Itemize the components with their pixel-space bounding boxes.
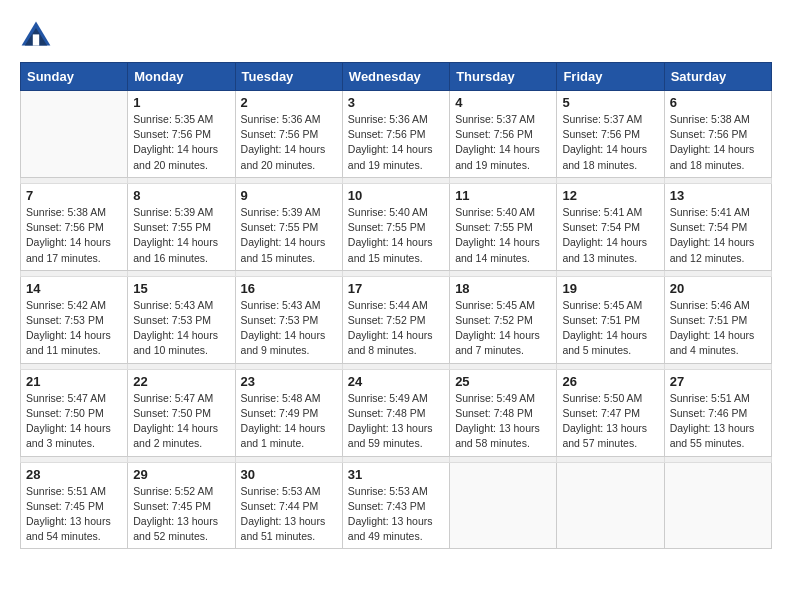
column-header-tuesday: Tuesday [235,63,342,91]
day-number: 15 [133,281,229,296]
calendar-cell: 4Sunrise: 5:37 AMSunset: 7:56 PMDaylight… [450,91,557,178]
logo [20,20,56,52]
calendar-cell: 25Sunrise: 5:49 AMSunset: 7:48 PMDayligh… [450,369,557,456]
calendar-week-row: 14Sunrise: 5:42 AMSunset: 7:53 PMDayligh… [21,276,772,363]
calendar-cell [664,462,771,549]
calendar-cell: 22Sunrise: 5:47 AMSunset: 7:50 PMDayligh… [128,369,235,456]
calendar-cell: 6Sunrise: 5:38 AMSunset: 7:56 PMDaylight… [664,91,771,178]
day-number: 28 [26,467,122,482]
svg-rect-2 [33,34,39,45]
calendar-cell: 5Sunrise: 5:37 AMSunset: 7:56 PMDaylight… [557,91,664,178]
calendar-cell: 11Sunrise: 5:40 AMSunset: 7:55 PMDayligh… [450,183,557,270]
calendar-cell: 12Sunrise: 5:41 AMSunset: 7:54 PMDayligh… [557,183,664,270]
column-header-saturday: Saturday [664,63,771,91]
calendar-cell: 21Sunrise: 5:47 AMSunset: 7:50 PMDayligh… [21,369,128,456]
day-detail: Sunrise: 5:53 AMSunset: 7:43 PMDaylight:… [348,484,444,545]
day-number: 24 [348,374,444,389]
day-detail: Sunrise: 5:39 AMSunset: 7:55 PMDaylight:… [241,205,337,266]
day-number: 13 [670,188,766,203]
calendar-week-row: 7Sunrise: 5:38 AMSunset: 7:56 PMDaylight… [21,183,772,270]
day-detail: Sunrise: 5:38 AMSunset: 7:56 PMDaylight:… [26,205,122,266]
calendar-week-row: 21Sunrise: 5:47 AMSunset: 7:50 PMDayligh… [21,369,772,456]
day-number: 8 [133,188,229,203]
day-detail: Sunrise: 5:37 AMSunset: 7:56 PMDaylight:… [562,112,658,173]
day-number: 7 [26,188,122,203]
day-detail: Sunrise: 5:47 AMSunset: 7:50 PMDaylight:… [133,391,229,452]
calendar-cell: 2Sunrise: 5:36 AMSunset: 7:56 PMDaylight… [235,91,342,178]
calendar-cell: 15Sunrise: 5:43 AMSunset: 7:53 PMDayligh… [128,276,235,363]
day-detail: Sunrise: 5:49 AMSunset: 7:48 PMDaylight:… [348,391,444,452]
calendar-cell: 19Sunrise: 5:45 AMSunset: 7:51 PMDayligh… [557,276,664,363]
calendar-cell: 8Sunrise: 5:39 AMSunset: 7:55 PMDaylight… [128,183,235,270]
day-detail: Sunrise: 5:40 AMSunset: 7:55 PMDaylight:… [348,205,444,266]
calendar-week-row: 1Sunrise: 5:35 AMSunset: 7:56 PMDaylight… [21,91,772,178]
calendar-cell: 3Sunrise: 5:36 AMSunset: 7:56 PMDaylight… [342,91,449,178]
page-header [20,20,772,52]
day-number: 3 [348,95,444,110]
logo-icon [20,20,52,52]
calendar-cell: 29Sunrise: 5:52 AMSunset: 7:45 PMDayligh… [128,462,235,549]
day-number: 23 [241,374,337,389]
calendar-table: SundayMondayTuesdayWednesdayThursdayFrid… [20,62,772,549]
day-detail: Sunrise: 5:49 AMSunset: 7:48 PMDaylight:… [455,391,551,452]
day-number: 4 [455,95,551,110]
day-number: 16 [241,281,337,296]
calendar-cell: 27Sunrise: 5:51 AMSunset: 7:46 PMDayligh… [664,369,771,456]
day-detail: Sunrise: 5:36 AMSunset: 7:56 PMDaylight:… [241,112,337,173]
day-number: 17 [348,281,444,296]
column-header-sunday: Sunday [21,63,128,91]
column-header-wednesday: Wednesday [342,63,449,91]
day-detail: Sunrise: 5:44 AMSunset: 7:52 PMDaylight:… [348,298,444,359]
day-detail: Sunrise: 5:35 AMSunset: 7:56 PMDaylight:… [133,112,229,173]
day-number: 5 [562,95,658,110]
day-number: 10 [348,188,444,203]
day-detail: Sunrise: 5:39 AMSunset: 7:55 PMDaylight:… [133,205,229,266]
day-detail: Sunrise: 5:46 AMSunset: 7:51 PMDaylight:… [670,298,766,359]
calendar-cell: 20Sunrise: 5:46 AMSunset: 7:51 PMDayligh… [664,276,771,363]
day-detail: Sunrise: 5:47 AMSunset: 7:50 PMDaylight:… [26,391,122,452]
day-number: 9 [241,188,337,203]
calendar-cell: 24Sunrise: 5:49 AMSunset: 7:48 PMDayligh… [342,369,449,456]
day-number: 22 [133,374,229,389]
day-number: 20 [670,281,766,296]
day-number: 25 [455,374,551,389]
day-detail: Sunrise: 5:38 AMSunset: 7:56 PMDaylight:… [670,112,766,173]
calendar-cell: 18Sunrise: 5:45 AMSunset: 7:52 PMDayligh… [450,276,557,363]
day-detail: Sunrise: 5:52 AMSunset: 7:45 PMDaylight:… [133,484,229,545]
day-number: 29 [133,467,229,482]
day-detail: Sunrise: 5:45 AMSunset: 7:51 PMDaylight:… [562,298,658,359]
day-detail: Sunrise: 5:53 AMSunset: 7:44 PMDaylight:… [241,484,337,545]
calendar-cell: 16Sunrise: 5:43 AMSunset: 7:53 PMDayligh… [235,276,342,363]
day-number: 21 [26,374,122,389]
column-header-friday: Friday [557,63,664,91]
calendar-cell: 14Sunrise: 5:42 AMSunset: 7:53 PMDayligh… [21,276,128,363]
calendar-cell: 23Sunrise: 5:48 AMSunset: 7:49 PMDayligh… [235,369,342,456]
calendar-cell: 28Sunrise: 5:51 AMSunset: 7:45 PMDayligh… [21,462,128,549]
day-number: 11 [455,188,551,203]
calendar-cell: 9Sunrise: 5:39 AMSunset: 7:55 PMDaylight… [235,183,342,270]
day-number: 1 [133,95,229,110]
day-number: 31 [348,467,444,482]
calendar-cell: 1Sunrise: 5:35 AMSunset: 7:56 PMDaylight… [128,91,235,178]
calendar-cell [21,91,128,178]
column-header-thursday: Thursday [450,63,557,91]
column-header-monday: Monday [128,63,235,91]
calendar-week-row: 28Sunrise: 5:51 AMSunset: 7:45 PMDayligh… [21,462,772,549]
day-detail: Sunrise: 5:51 AMSunset: 7:45 PMDaylight:… [26,484,122,545]
calendar-cell: 30Sunrise: 5:53 AMSunset: 7:44 PMDayligh… [235,462,342,549]
day-number: 18 [455,281,551,296]
day-number: 12 [562,188,658,203]
day-detail: Sunrise: 5:40 AMSunset: 7:55 PMDaylight:… [455,205,551,266]
calendar-cell: 31Sunrise: 5:53 AMSunset: 7:43 PMDayligh… [342,462,449,549]
day-number: 2 [241,95,337,110]
day-detail: Sunrise: 5:41 AMSunset: 7:54 PMDaylight:… [562,205,658,266]
day-detail: Sunrise: 5:48 AMSunset: 7:49 PMDaylight:… [241,391,337,452]
calendar-cell: 7Sunrise: 5:38 AMSunset: 7:56 PMDaylight… [21,183,128,270]
day-number: 6 [670,95,766,110]
calendar-header-row: SundayMondayTuesdayWednesdayThursdayFrid… [21,63,772,91]
day-detail: Sunrise: 5:37 AMSunset: 7:56 PMDaylight:… [455,112,551,173]
day-detail: Sunrise: 5:43 AMSunset: 7:53 PMDaylight:… [241,298,337,359]
day-number: 30 [241,467,337,482]
calendar-cell [557,462,664,549]
calendar-cell: 17Sunrise: 5:44 AMSunset: 7:52 PMDayligh… [342,276,449,363]
